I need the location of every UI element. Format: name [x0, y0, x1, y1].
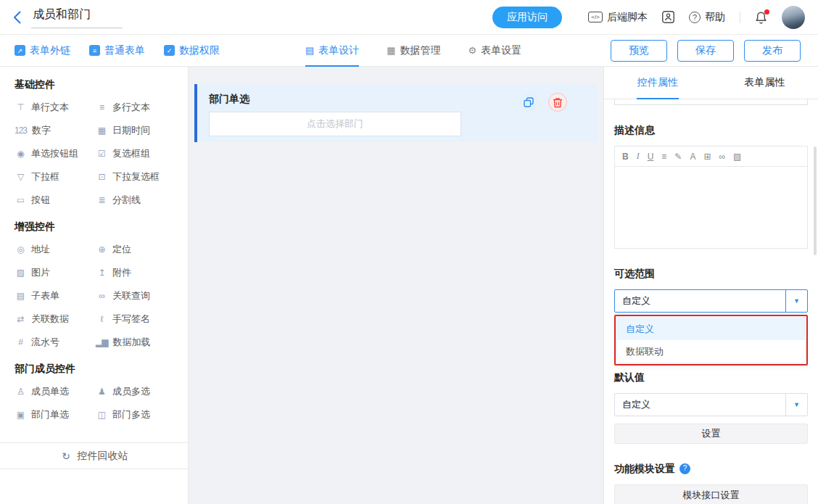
set-button[interactable]: 设置 — [614, 424, 808, 444]
form-mode-tab[interactable]: ↗ 表单外链 — [15, 44, 70, 57]
chevron-down-icon[interactable]: ▼ — [785, 394, 807, 416]
radio-group-icon: ◉ — [15, 149, 26, 159]
data-management-icon: ▦ — [387, 45, 395, 56]
app-access-button[interactable]: 应用访问 — [492, 7, 562, 28]
control-label: 按钮 — [31, 194, 50, 207]
code-icon: </> — [588, 12, 603, 22]
module-api-button[interactable]: 模块接口设置 — [614, 484, 808, 504]
control-label: 单行文本 — [31, 101, 69, 114]
control-item[interactable]: ◎ 地址 — [15, 238, 96, 261]
control-item[interactable]: ▣ 部门单选 — [15, 403, 96, 426]
control-item[interactable]: ▤ 子表单 — [15, 284, 96, 307]
page-title[interactable]: 成员和部门 — [31, 6, 123, 28]
notification-bell-icon[interactable] — [755, 11, 767, 24]
form-mode-tabs: ↗ 表单外链 ≡ 普通表单 ✓ 数据权限 — [15, 44, 220, 57]
control-item[interactable]: ℓ 手写签名 — [96, 307, 173, 331]
question-icon: ? — [689, 12, 701, 23]
tab-control-properties[interactable]: 控件属性 — [604, 67, 711, 99]
align-icon[interactable]: ≡ — [661, 152, 666, 162]
control-item[interactable]: 123 数字 — [15, 119, 96, 142]
control-label: 复选框组 — [112, 147, 150, 160]
annotation-highlight: 自定义 数据联动 — [614, 315, 808, 365]
designer-tabs: ▤ 表单设计 ▦ 数据管理 ⚙ 表单设置 — [305, 35, 521, 67]
bold-icon[interactable]: B — [622, 152, 629, 162]
control-item[interactable]: ☑ 复选框组 — [96, 142, 173, 165]
department-select-input[interactable]: 点击选择部门 — [209, 112, 461, 136]
backend-script-button[interactable]: </> 后端脚本 — [588, 11, 648, 24]
members-icon[interactable] — [662, 11, 674, 23]
control-label: 附件 — [112, 266, 131, 279]
optional-range-select[interactable]: 自定义 ▼ — [614, 289, 808, 313]
control-item[interactable]: # 流水号 — [15, 331, 96, 354]
control-label: 下拉复选框 — [112, 170, 160, 183]
control-item[interactable]: ▦ 日期时间 — [96, 119, 173, 142]
form-field-card[interactable]: 部门单选 点击选择部门 — [194, 84, 598, 142]
serial-number-icon: # — [15, 337, 26, 347]
link-icon[interactable]: ∞ — [719, 152, 726, 162]
control-item[interactable]: ◫ 部门多选 — [96, 403, 173, 426]
control-item[interactable]: ▽ 下拉框 — [15, 165, 96, 189]
dropdown-option-custom[interactable]: 自定义 — [617, 318, 805, 340]
copy-icon — [524, 97, 534, 107]
underline-icon[interactable]: U — [648, 152, 654, 162]
control-item[interactable]: ∞ 关联查询 — [96, 284, 173, 307]
form-mode-tab[interactable]: ≡ 普通表单 — [89, 44, 145, 57]
recycle-bin-button[interactable]: ↻ 控件回收站 — [0, 442, 188, 469]
control-item[interactable]: ≣ 分割线 — [96, 189, 173, 212]
control-item[interactable]: ▂▆ 数据加载 — [96, 331, 173, 354]
back-chevron-icon — [13, 11, 21, 24]
control-item[interactable]: ♟ 成员多选 — [96, 380, 173, 403]
edit-pencil-icon[interactable]: ✎ — [674, 152, 682, 162]
selected-stripe — [194, 84, 197, 142]
copy-field-button[interactable] — [519, 93, 538, 112]
control-label: 定位 — [112, 243, 131, 256]
control-item[interactable]: ↥ 附件 — [96, 261, 173, 284]
control-item[interactable]: ♙ 成员单选 — [15, 380, 96, 403]
italic-icon[interactable]: I — [637, 151, 640, 162]
dept-multi-icon: ◫ — [96, 410, 107, 420]
dropdown-option-data-linkage[interactable]: 数据联动 — [617, 340, 805, 363]
preview-button[interactable]: 预览 — [611, 40, 667, 62]
data-permission-icon: ✓ — [164, 45, 175, 56]
properties-panel: 控件属性 表单属性 描述信息 B I U ≡ ✎ A ⊞ ∞ ▨ — [603, 67, 818, 504]
control-item[interactable]: ⊤ 单行文本 — [15, 96, 96, 119]
control-item[interactable]: ⇄ 关联数据 — [15, 307, 96, 331]
control-label: 流水号 — [31, 336, 59, 349]
chevron-down-icon[interactable]: ▼ — [785, 290, 807, 312]
header-right: 应用访问 </> 后端脚本 ? 帮助 — [492, 6, 805, 29]
back-button[interactable] — [13, 11, 21, 24]
module-help-icon[interactable]: ? — [679, 463, 690, 474]
default-value-select[interactable]: 自定义 ▼ — [614, 393, 808, 416]
control-item[interactable]: ⊡ 下拉复选框 — [96, 165, 173, 189]
tab-data-management[interactable]: ▦ 数据管理 — [387, 35, 440, 67]
form-design-icon: ▤ — [305, 45, 314, 56]
font-color-icon[interactable]: A — [690, 152, 695, 162]
recycle-label: 控件回收站 — [78, 450, 128, 463]
field-placeholder: 点击选择部门 — [307, 117, 363, 131]
tab-form-settings[interactable]: ⚙ 表单设置 — [468, 35, 522, 67]
control-item[interactable]: ▭ 按钮 — [15, 189, 96, 212]
scrolled-input-bottom[interactable] — [614, 99, 808, 105]
control-item[interactable]: ⊕ 定位 — [96, 238, 173, 261]
default-value-label: 默认值 — [614, 370, 808, 384]
control-item[interactable]: ▨ 图片 — [15, 261, 96, 284]
delete-field-button[interactable] — [548, 93, 567, 112]
save-button[interactable]: 保存 — [677, 40, 734, 62]
tab-form-design[interactable]: ▤ 表单设计 — [305, 35, 359, 67]
publish-button[interactable]: 发布 — [744, 40, 801, 62]
help-button[interactable]: ? 帮助 — [689, 11, 725, 24]
form-mode-tab[interactable]: ✓ 数据权限 — [164, 44, 220, 57]
user-avatar[interactable] — [782, 6, 805, 29]
richtext-content[interactable] — [615, 167, 807, 248]
block-icon[interactable]: ⊞ — [703, 152, 711, 162]
control-item[interactable]: ≡ 多行文本 — [96, 96, 173, 119]
toolbar: ↗ 表单外链 ≡ 普通表单 ✓ 数据权限 ▤ 表单设计 ▦ — [0, 35, 818, 67]
insert-image-icon[interactable]: ▨ — [733, 152, 741, 162]
data-load-icon: ▂▆ — [96, 337, 107, 347]
panel-scrollbar[interactable] — [814, 146, 817, 255]
control-list: ⊤ 单行文本 ≡ 多行文本 123 数字 — [15, 96, 173, 212]
control-label: 图片 — [31, 266, 50, 279]
tab-form-properties[interactable]: 表单属性 — [711, 67, 818, 99]
select-dropdown-icon: ▽ — [15, 172, 26, 182]
control-item[interactable]: ◉ 单选按钮组 — [15, 142, 96, 165]
